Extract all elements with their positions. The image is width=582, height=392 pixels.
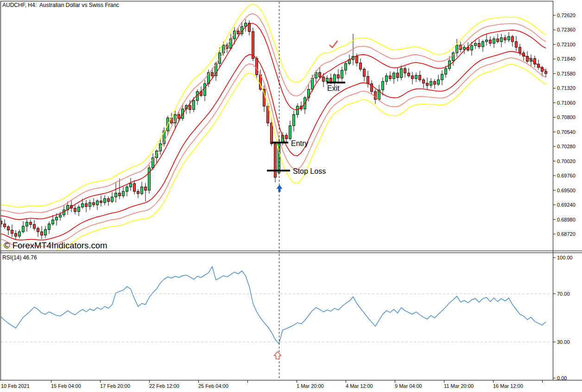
rsi-axis-label: 0.00	[557, 375, 567, 381]
chart-canvas[interactable]	[0, 0, 582, 392]
rsi-axis-label: 30.00	[557, 339, 570, 345]
price-axis-label: 0.71840	[557, 56, 576, 62]
price-axis-label: 0.71320	[557, 85, 576, 91]
price-axis-label: 0.70540	[557, 129, 576, 135]
exit-line[interactable]	[327, 82, 345, 83]
price-axis-label: 0.72100	[557, 42, 576, 47]
price-axis-label: 0.68980	[557, 217, 576, 222]
price-axis-label: 0.72360	[557, 27, 576, 32]
time-axis-label: 4 Mar 12:00	[346, 383, 373, 389]
rsi-indicator-label: RSI(14) 46.76	[2, 254, 37, 261]
time-axis-label: 1 Mar 20:00	[297, 383, 324, 389]
price-axis-label: 0.69240	[557, 202, 576, 208]
entry-annotation-label[interactable]: Entry	[291, 139, 308, 148]
stop-loss-annotation-label[interactable]: Stop Loss	[293, 167, 326, 176]
price-axis-label: 0.70800	[557, 114, 576, 120]
time-axis-label: 15 Feb 04:00	[51, 383, 81, 389]
time-axis-label: 22 Feb 12:00	[149, 383, 179, 389]
watermark-text: © ForexMT4Indicators.com	[4, 240, 107, 251]
price-axis-label: 0.72620	[557, 13, 576, 18]
chart-title: AUDCHF, H4: Australian Dollar vs Swiss F…	[2, 2, 119, 8]
entry-line[interactable]	[271, 142, 288, 144]
rsi-buy-signal-arrow-icon	[274, 352, 281, 359]
time-axis-label: 11 Mar 20:00	[444, 383, 474, 389]
price-axis-label: 0.69760	[557, 173, 576, 178]
check-mark-icon	[330, 41, 337, 48]
time-axis-label: 17 Feb 20:00	[100, 383, 130, 389]
buy-arrow-icon	[277, 184, 283, 192]
time-axis-label: 9 Mar 04:00	[395, 383, 422, 389]
time-axis-label: 10 Feb 2021	[1, 383, 30, 389]
rsi-axis-label: 70.00	[557, 291, 570, 297]
price-axis-label: 0.69500	[557, 188, 576, 193]
exit-annotation-label[interactable]: Exit	[327, 84, 340, 93]
time-axis-label: 16 Mar 12:00	[493, 383, 523, 389]
price-axis-label: 0.71580	[557, 71, 576, 76]
price-axis-label: 0.68720	[557, 231, 576, 237]
price-axis-label: 0.70020	[557, 158, 576, 164]
time-axis-label: 25 Feb 04:00	[198, 383, 228, 389]
rsi-axis-label: 100.00	[557, 255, 573, 260]
stop-loss-line[interactable]	[267, 170, 290, 171]
price-axis-label: 0.71060	[557, 100, 576, 106]
price-axis-label: 0.70280	[557, 144, 576, 149]
